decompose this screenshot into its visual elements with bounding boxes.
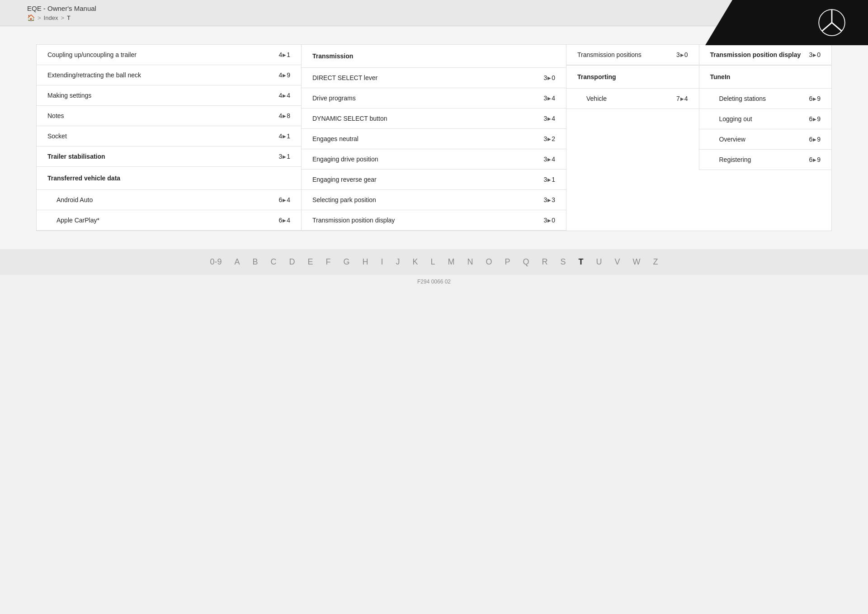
label-trans-pos-display-bold: Transmission position display [710,51,801,58]
alpha-a[interactable]: A [234,257,240,267]
section-tunein: TuneIn [699,66,832,89]
alpha-s[interactable]: S [561,257,566,267]
entry-direct-select: DIRECT SELECT lever 3▶0 [302,68,566,88]
alpha-o[interactable]: O [486,257,492,267]
alpha-h[interactable]: H [362,257,368,267]
page-trailer-stab: 3▶1 [278,153,290,160]
label-coupling: Coupling up/uncoupling a trailer [47,51,137,58]
mercedes-logo [818,9,845,36]
entry-engages-neutral: Engages neutral 3▶2 [302,129,566,149]
sep2: > [61,14,64,21]
alpha-u[interactable]: U [596,257,602,267]
col3-bottom-row: Transporting Vehicle 7▶4 TuneIn [566,66,831,170]
footer-code: F294 0066 02 [0,275,868,288]
column-1: Coupling up/uncoupling a trailer 4▶1 Ext… [37,45,302,231]
entry-making-settings: Making settings 4▶4 [37,85,301,106]
page-drive-programs: 3▶4 [543,94,555,102]
label-selecting-park: Selecting park position [312,196,376,203]
index-grid: Coupling up/uncoupling a trailer 4▶1 Ext… [36,44,832,231]
col3-left-bottom: Transporting Vehicle 7▶4 [566,66,699,170]
page-vehicle: 7▶4 [676,95,688,102]
home-icon[interactable]: 🏠 [27,14,35,21]
section-transporting: Transporting [566,66,699,89]
breadcrumb-index[interactable]: Index [44,14,58,21]
alpha-m[interactable]: M [448,257,455,267]
page-overview: 6▶9 [809,136,821,143]
page-trans-pos-display2: 3▶0 [543,217,555,224]
entry-notes: Notes 4▶8 [37,106,301,126]
page-trans-pos-display-bold: 3▶0 [809,51,821,58]
entry-selecting-park: Selecting park position 3▶3 [302,190,566,210]
page-logging-out: 6▶9 [809,115,821,123]
alpha-l[interactable]: L [431,257,435,267]
section-transmission: Transmission [302,45,566,68]
alpha-b[interactable]: B [252,257,258,267]
label-drive-programs: Drive programs [312,94,356,102]
entry-engaging-drive: Engaging drive position 3▶4 [302,149,566,170]
alpha-z[interactable]: Z [653,257,658,267]
alpha-e[interactable]: E [307,257,313,267]
label-android: Android Auto [57,196,93,203]
col3-left-top: Transmission positions 3▶0 [566,45,699,65]
manual-title: EQE - Owner's Manual [27,5,96,12]
alpha-d[interactable]: D [289,257,295,267]
entry-ball-neck: Extending/retracting the ball neck 4▶9 [37,65,301,85]
entry-engaging-reverse: Engaging reverse gear 3▶1 [302,170,566,190]
main-content: Coupling up/uncoupling a trailer 4▶1 Ext… [0,26,868,249]
col3-right-top: Transmission position display 3▶0 [699,45,832,65]
label-transferred: Transferred vehicle data [47,175,120,182]
alpha-n[interactable]: N [467,257,473,267]
alpha-r[interactable]: R [542,257,548,267]
alpha-w[interactable]: W [633,257,641,267]
col3-right-bottom: TuneIn Deleting stations 6▶9 Logging out… [699,66,832,170]
page-engaging-reverse: 3▶1 [543,176,555,183]
alpha-q[interactable]: Q [523,257,529,267]
alpha-v[interactable]: V [615,257,620,267]
label-trans-positions: Transmission positions [577,51,642,58]
alpha-p[interactable]: P [505,257,510,267]
label-registering: Registering [719,156,751,163]
page-ball-neck: 4▶9 [278,71,290,79]
label-trailer-stab: Trailer stabilisation [47,153,105,160]
label-ball-neck: Extending/retracting the ball neck [47,71,141,79]
alpha-t[interactable]: T [579,257,584,267]
entry-socket: Socket 4▶1 [37,126,301,146]
alpha-i[interactable]: I [381,257,383,267]
page-trans-positions: 3▶0 [676,51,688,58]
label-transmission: Transmission [312,52,353,60]
label-deleting-stations: Deleting stations [719,95,766,102]
alphabet-nav: 0-9 A B C D E F G H I J K L M N O P Q R … [0,249,868,275]
entry-drive-programs: Drive programs 3▶4 [302,88,566,109]
column-3: Transmission positions 3▶0 Transmission … [566,45,831,231]
entry-vehicle: Vehicle 7▶4 [566,89,699,109]
header: EQE - Owner's Manual 🏠 > Index > T [0,0,868,26]
page-registering: 6▶9 [809,156,821,163]
column-2: Transmission DIRECT SELECT lever 3▶0 Dri… [302,45,566,231]
alpha-k[interactable]: K [412,257,418,267]
alpha-c[interactable]: C [270,257,276,267]
alpha-g[interactable]: G [343,257,349,267]
page-android: 6▶4 [278,196,290,203]
entry-trans-pos-display2: Transmission position display 3▶0 [302,210,566,231]
label-carplay: Apple CarPlay* [57,217,99,224]
label-trans-pos-display2: Transmission position display [312,217,395,224]
alpha-f[interactable]: F [326,257,330,267]
label-notes: Notes [47,112,64,119]
page-deleting-stations: 6▶9 [809,95,821,102]
label-engages-neutral: Engages neutral [312,135,359,142]
label-direct-select: DIRECT SELECT lever [312,74,377,81]
label-overview: Overview [719,136,745,143]
entry-coupling: Coupling up/uncoupling a trailer 4▶1 [37,45,301,65]
page-engaging-drive: 3▶4 [543,156,555,163]
page-carplay: 6▶4 [278,217,290,224]
alpha-j[interactable]: J [396,257,400,267]
alpha-09[interactable]: 0-9 [210,257,222,267]
entry-carplay: Apple CarPlay* 6▶4 [37,210,301,231]
logo-area [705,0,868,45]
label-making-settings: Making settings [47,92,91,99]
sep1: > [38,14,41,21]
breadcrumb: 🏠 > Index > T [27,14,96,21]
entry-logging-out: Logging out 6▶9 [699,109,832,129]
page-socket: 4▶1 [278,132,290,140]
breadcrumb-t: T [67,14,71,21]
